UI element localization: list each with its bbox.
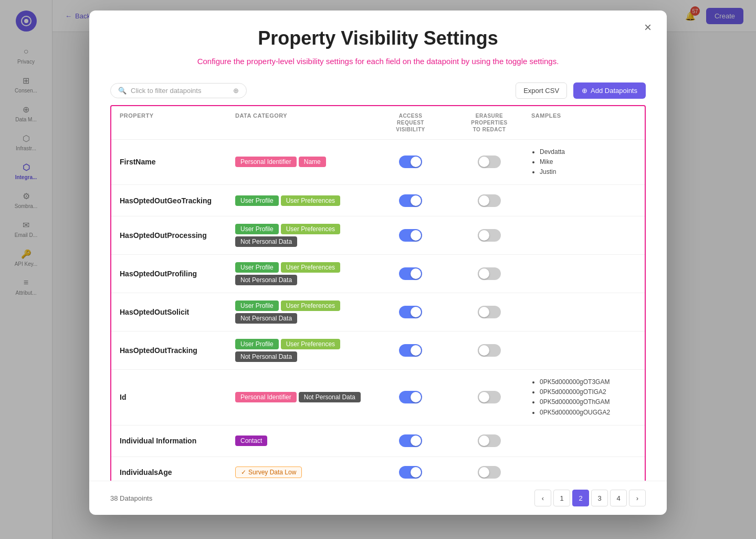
table-row: Individual Information Contact	[111, 426, 645, 457]
tag-not-personal-data: Not Personal Data	[235, 275, 297, 285]
tag-user-preferences: User Preferences	[281, 262, 340, 273]
access-request-toggle[interactable]	[399, 229, 422, 242]
tags-cell: Personal Identifier Not Personal Data	[235, 392, 374, 402]
tag-user-preferences: User Preferences	[281, 224, 340, 234]
access-request-toggle[interactable]	[399, 156, 422, 168]
table-row: HasOptedOutProfiling User Profile User P…	[111, 255, 645, 293]
property-visibility-modal: Property Visibility Settings Configure t…	[89, 11, 667, 515]
modal-toolbar: 🔍 Click to filter datapoints ⊕ Export CS…	[89, 76, 667, 105]
table-row: HasOptedOutProcessing User Profile User …	[111, 216, 645, 255]
close-button[interactable]: ×	[639, 19, 656, 36]
tag-user-profile: User Profile	[235, 224, 279, 234]
tag-not-personal-data: Not Personal Data	[235, 313, 297, 324]
property-name: HasOptedOutProfiling	[120, 270, 235, 278]
property-name: Id	[120, 393, 235, 401]
access-request-toggle[interactable]	[399, 344, 422, 357]
erasure-toggle-cell	[447, 229, 531, 242]
access-request-toggle[interactable]	[399, 434, 422, 447]
access-toggle-cell	[374, 156, 447, 168]
erasure-toggle[interactable]	[478, 229, 501, 242]
erasure-toggle[interactable]	[478, 194, 501, 207]
tags-cell: User Profile User Preferences	[235, 195, 374, 206]
access-toggle-cell	[374, 267, 447, 280]
access-toggle-cell	[374, 229, 447, 242]
property-name: HasOptedOutSolicit	[120, 308, 235, 316]
table-row: HasOptedOutGeoTracking User Profile User…	[111, 185, 645, 216]
tag-survey-data-low: ✓ Survey Data Low	[235, 467, 302, 478]
property-name: HasOptedOutTracking	[120, 346, 235, 355]
tag-name: Name	[299, 157, 326, 167]
export-csv-button[interactable]: Export CSV	[516, 82, 567, 99]
tags-cell: User Profile User Preferences Not Person…	[235, 300, 374, 324]
col-property-header: PROPERTY	[120, 112, 235, 133]
erasure-toggle[interactable]	[478, 434, 501, 447]
modal-title: Property Visibility Settings	[110, 27, 646, 49]
access-request-toggle[interactable]	[399, 194, 422, 207]
add-datapoints-button[interactable]: ⊕ Add Datapoints	[573, 82, 646, 99]
page-1-button[interactable]: 1	[553, 490, 570, 506]
table-row: Id Personal Identifier Not Personal Data…	[111, 370, 645, 426]
add-filter-icon: ⊕	[233, 87, 239, 95]
tags-cell: Personal Identifier Name	[235, 157, 374, 167]
filter-datapoints-input[interactable]: 🔍 Click to filter datapoints ⊕	[110, 83, 247, 98]
tags-cell: Contact	[235, 436, 374, 446]
datapoints-count: 38 Datapoints	[110, 494, 152, 502]
col-access-header: ACCESSREQUESTVISIBILITY	[374, 112, 447, 133]
erasure-toggle[interactable]	[478, 391, 501, 403]
access-request-toggle[interactable]	[399, 306, 422, 318]
check-icon: ✓	[241, 469, 246, 476]
tags-cell: ✓ Survey Data Low	[235, 467, 374, 478]
modal-subtitle: Configure the property-level visibility …	[110, 56, 646, 68]
tag-user-preferences: User Preferences	[281, 300, 340, 311]
erasure-toggle-cell	[447, 267, 531, 280]
erasure-toggle[interactable]	[478, 267, 501, 280]
erasure-toggle-cell	[447, 344, 531, 357]
tag-user-preferences: User Preferences	[281, 339, 340, 349]
table-header: PROPERTY DATA CATEGORY ACCESSREQUESTVISI…	[111, 106, 645, 140]
access-request-toggle[interactable]	[399, 267, 422, 280]
prev-page-button[interactable]: ‹	[534, 490, 551, 506]
erasure-toggle-cell	[447, 194, 531, 207]
property-name: Individual Information	[120, 437, 235, 445]
filter-placeholder-text: Click to filter datapoints	[131, 87, 201, 95]
access-toggle-cell	[374, 391, 447, 403]
property-name: HasOptedOutGeoTracking	[120, 196, 235, 205]
erasure-toggle[interactable]	[478, 466, 501, 479]
modal-overlay: Property Visibility Settings Configure t…	[0, 0, 756, 539]
access-toggle-cell	[374, 466, 447, 479]
tag-user-preferences: User Preferences	[281, 195, 340, 206]
erasure-toggle-cell	[447, 466, 531, 479]
page-2-button[interactable]: 2	[572, 490, 589, 506]
page-4-button[interactable]: 4	[610, 490, 627, 506]
page-3-button[interactable]: 3	[591, 490, 608, 506]
erasure-toggle[interactable]	[478, 344, 501, 357]
tags-cell: User Profile User Preferences Not Person…	[235, 262, 374, 285]
access-request-toggle[interactable]	[399, 391, 422, 403]
table-container: PROPERTY DATA CATEGORY ACCESSREQUESTVISI…	[110, 105, 646, 481]
col-samples-header: SAMPLES	[531, 112, 636, 133]
modal-footer: 38 Datapoints ‹ 1 2 3 4 ›	[89, 481, 667, 515]
tag-not-personal-data: Not Personal Data	[235, 351, 297, 362]
next-page-button[interactable]: ›	[629, 490, 646, 506]
access-toggle-cell	[374, 434, 447, 447]
tag-not-personal-data: Not Personal Data	[235, 236, 297, 247]
modal-header: Property Visibility Settings Configure t…	[89, 11, 667, 76]
table-row: HasOptedOutTracking User Profile User Pr…	[111, 331, 645, 370]
erasure-toggle[interactable]	[478, 306, 501, 318]
samples-cell: 0PK5d000000gOT3GAM 0PK5d000000gOTIGA2 0P…	[531, 377, 636, 418]
modal-body: PROPERTY DATA CATEGORY ACCESSREQUESTVISI…	[89, 105, 667, 481]
col-datacategory-header: DATA CATEGORY	[235, 112, 374, 133]
erasure-toggle-cell	[447, 306, 531, 318]
tag-user-profile: User Profile	[235, 300, 279, 311]
table-row: IndividualsAge ✓ Survey Data Low	[111, 457, 645, 481]
property-name: FirstName	[120, 158, 235, 166]
access-request-toggle[interactable]	[399, 466, 422, 479]
erasure-toggle[interactable]	[478, 156, 501, 168]
tags-cell: User Profile User Preferences Not Person…	[235, 339, 374, 362]
erasure-toggle-cell	[447, 391, 531, 403]
samples-cell: Devdatta Mike Justin	[531, 147, 636, 178]
table-row: FirstName Personal Identifier Name Devda…	[111, 140, 645, 185]
property-name: IndividualsAge	[120, 468, 235, 476]
access-toggle-cell	[374, 194, 447, 207]
tag-user-profile: User Profile	[235, 195, 279, 206]
